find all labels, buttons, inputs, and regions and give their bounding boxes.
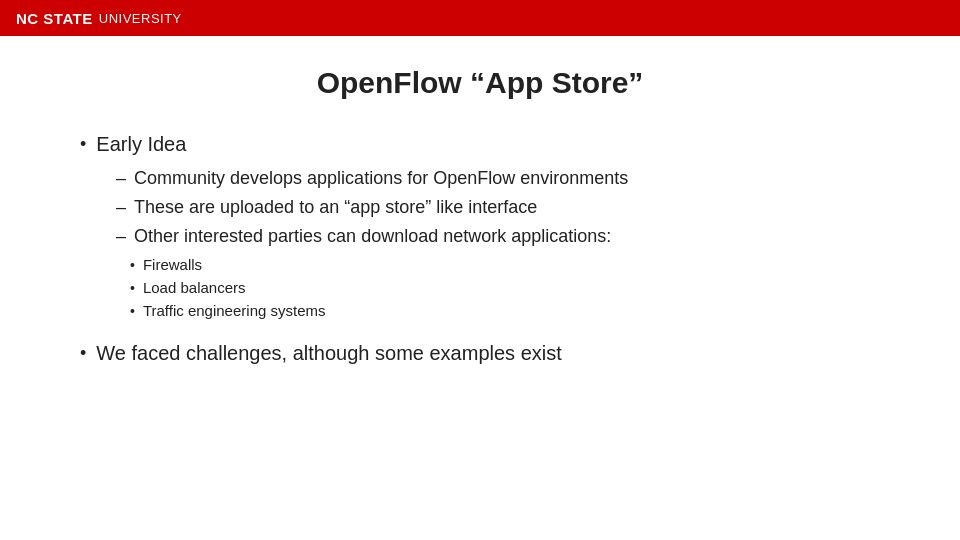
nested-bullet-text-2: Load balancers	[143, 277, 246, 298]
bullet-dot-1: •	[80, 132, 86, 157]
sub-bullet-item-3: – Other interested parties can download …	[116, 224, 880, 249]
bullet-dot-2: •	[80, 341, 86, 366]
bullet-section-2: • We faced challenges, although some exa…	[80, 339, 880, 367]
nested-bullet-item-3: • Traffic engineering systems	[130, 300, 880, 321]
sub-bullet-dash-2: –	[116, 195, 126, 220]
logo-university: UNIVERSITY	[99, 11, 182, 26]
sub-bullet-dash-3: –	[116, 224, 126, 249]
sub-bullet-text-3: Other interested parties can download ne…	[134, 224, 611, 249]
bullet-item-1: • Early Idea	[80, 130, 880, 158]
nested-bullet-dot-3: •	[130, 303, 135, 319]
sub-bullet-item-1: – Community develops applications for Op…	[116, 166, 880, 191]
slide-title: OpenFlow “App Store”	[80, 66, 880, 100]
nested-bullet-dot-1: •	[130, 257, 135, 273]
bullet-item-2: • We faced challenges, although some exa…	[80, 339, 880, 367]
main-content: OpenFlow “App Store” • Early Idea – Comm…	[0, 36, 960, 405]
nested-bullet-item-1: • Firewalls	[130, 254, 880, 275]
bullet-label-1: Early Idea	[96, 130, 186, 158]
sub-bullet-dash-1: –	[116, 166, 126, 191]
sub-bullet-text-1: Community develops applications for Open…	[134, 166, 628, 191]
sub-bullet-text-2: These are uploaded to an “app store” lik…	[134, 195, 537, 220]
bullet-label-2: We faced challenges, although some examp…	[96, 339, 561, 367]
nested-bullet-dot-2: •	[130, 280, 135, 296]
nested-bullet-text-1: Firewalls	[143, 254, 202, 275]
nested-bullet-item-2: • Load balancers	[130, 277, 880, 298]
logo-nc-state: NC STATE	[16, 10, 93, 27]
sub-bullet-item-2: – These are uploaded to an “app store” l…	[116, 195, 880, 220]
sub-bullets-1: – Community develops applications for Op…	[116, 166, 880, 250]
nested-bullet-text-3: Traffic engineering systems	[143, 300, 326, 321]
bullet-section-1: • Early Idea – Community develops applic…	[80, 130, 880, 321]
nested-sub-bullets: • Firewalls • Load balancers • Traffic e…	[130, 254, 880, 321]
logo: NC STATE UNIVERSITY	[16, 10, 182, 27]
header-bar: NC STATE UNIVERSITY	[0, 0, 960, 36]
